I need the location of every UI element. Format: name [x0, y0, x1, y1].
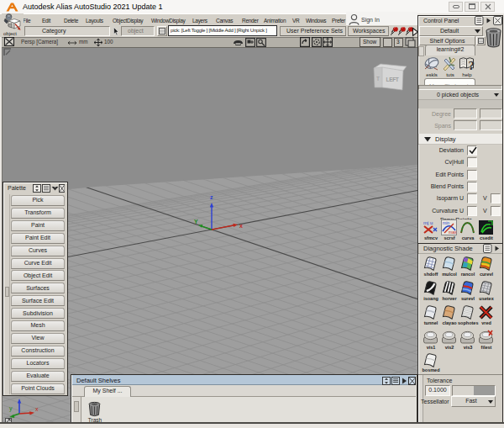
svg-text:mj u: mj u [423, 220, 433, 225]
svg-text:min: min [443, 220, 449, 225]
svg-text:Y: Y [194, 219, 198, 225]
svg-text:?: ? [469, 59, 475, 72]
svg-text:max: max [449, 230, 457, 235]
svg-text:T: T [376, 76, 380, 82]
svg-text:x: x [239, 223, 243, 229]
svg-text:LEFT: LEFT [386, 77, 398, 82]
svg-text:y: y [9, 405, 13, 412]
svg-text:z: z [210, 194, 213, 200]
svg-text:x: x [35, 406, 39, 412]
